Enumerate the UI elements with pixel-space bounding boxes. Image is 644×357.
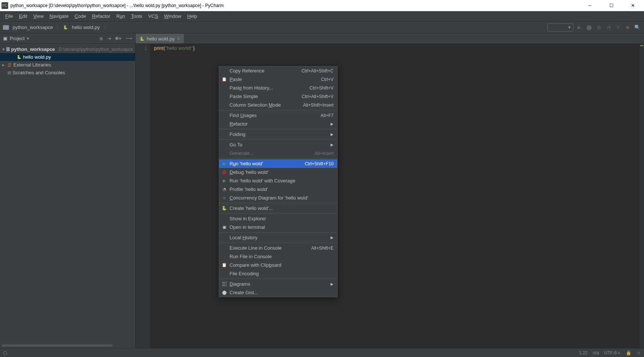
context-menu-item-label: Paste [230,77,242,82]
dropdown-icon[interactable]: ▾ [27,36,29,41]
context-menu-item[interactable]: Folding▶ [219,130,337,139]
tree-scratches[interactable]: ▤ Scratches and Consoles [0,69,135,77]
menu-help[interactable]: Help [184,12,200,20]
context-menu-item-label: Diagrams [230,281,250,287]
warning-marker[interactable] [640,45,643,46]
menu-file[interactable]: File [2,12,16,20]
expand-arrow-icon[interactable]: ▾ [2,46,5,52]
profile-icon[interactable]: ◔ [605,24,612,31]
menu-view[interactable]: View [30,12,46,20]
context-menu-item[interactable]: Run File in Console [219,252,337,261]
breadcrumb-file[interactable]: hello wold.py [69,23,102,31]
conc-icon: ≡ [221,195,227,201]
project-tool-window: ▣ Project ▾ ⊕ ⇥ ✱▾ ⟶ ▾ python_worksapce … [0,33,136,348]
code-string: "hello world!" [165,45,193,51]
menu-refactor[interactable]: Refactor [89,12,113,20]
context-menu-item[interactable]: Column Selection ModeAlt+Shift+Insert [219,101,337,109]
breadcrumb-separator: 〉 [104,24,108,31]
editor-marker-bar [640,44,644,348]
context-menu-item[interactable]: ⿲Diagrams▶ [219,280,337,288]
context-menu-item[interactable]: ▶Run 'hello wold' with Coverage [219,176,337,185]
menu-code[interactable]: Code [72,12,89,20]
readonly-lock-icon[interactable]: 🔒 [626,350,631,356]
context-menu-item-label: Execute Line in Console [230,245,282,251]
tree-root-path: D:\develop\python\python_worksapce [59,47,133,52]
context-menu-shortcut: Ctrl+Shift+F10 [305,161,334,166]
context-menu-item[interactable]: 📋Compare with Clipboard [219,261,337,269]
tree-external-libs[interactable]: ▸ ∭ External Libraries [0,61,135,69]
context-menu-item[interactable]: Go To▶ [219,140,337,149]
context-menu-separator [219,158,337,159]
context-menu-item-label: Paste Simple [230,94,258,99]
editor-tab-name: hello wold.py [147,36,175,42]
context-menu-shortcut: Ctrl+Alt+Shift+V [302,94,334,99]
context-menu-item-label: Paste from History... [230,85,273,91]
locate-icon[interactable]: ⊕ [99,36,103,41]
context-menu-item[interactable]: Paste SimpleCtrl+Alt+Shift+V [219,92,337,101]
concurrency-icon[interactable]: ≡ [614,24,622,31]
tree-root-name: python_worksapce [11,46,55,52]
context-menu-item[interactable]: File Encoding [219,269,337,278]
breadcrumb-root[interactable]: python_worksapce [10,23,55,31]
run-icon[interactable]: ▶ [576,24,583,31]
context-menu-item[interactable]: ≡Concurrency Diagram for 'hello wold' [219,194,337,202]
expand-arrow-icon[interactable]: ▸ [2,62,6,68]
tree-file-selected[interactable]: 🐍 hello wold.py [0,53,135,61]
breadcrumb: python_worksapce 〉 🐍 hello wold.py 〉 [3,23,547,31]
context-menu-item[interactable]: Local History▶ [219,233,337,242]
close-button[interactable]: ✕ [626,0,640,11]
coverage-icon[interactable]: ◍ [595,24,602,31]
tool-window-quick-access-icon[interactable]: ▢ [3,350,7,356]
context-menu-item[interactable]: Refactor▶ [219,120,337,128]
line-separator[interactable]: n/a [593,350,599,356]
settings-icon[interactable]: ✱▾ [115,36,121,41]
menu-tools[interactable]: Tools [128,12,145,20]
menu-run[interactable]: Run [113,12,128,20]
horizontal-scrollbar[interactable] [1,344,113,347]
context-menu-separator [219,139,337,140]
file-encoding[interactable]: UTF-8≑ [604,350,621,356]
paste-icon: 📋 [221,262,227,268]
editor-tab[interactable]: 🐍 hello wold.py ✕ [136,34,184,43]
python-file-icon: 🐍 [139,36,144,41]
context-menu-item[interactable]: ▶Run 'hello wold'Ctrl+Shift+F10 [219,159,337,168]
gutter: 1 [136,44,150,348]
context-menu-shortcut: Alt+Shift+Insert [303,103,334,108]
stop-icon[interactable]: ■ [624,24,631,31]
minimize-button[interactable]: ─ [583,0,596,11]
context-menu-item[interactable]: Copy ReferenceCtrl+Alt+Shift+C [219,66,337,75]
context-menu-item[interactable]: Show in Explorer [219,214,337,223]
menu-navigate[interactable]: Navigate [46,12,71,20]
menu-vcs[interactable]: VCS [145,12,161,20]
context-menu-item[interactable]: Find UsagesAlt+F7 [219,111,337,120]
context-menu-item[interactable]: ⬤Create Gist... [219,288,337,297]
hide-icon[interactable]: ⟶ [125,36,132,41]
run-config-dropdown[interactable]: ▾ [547,23,573,32]
line-number: 1 [136,45,147,51]
menu-edit[interactable]: Edit [16,12,30,20]
inspections-icon[interactable]: ☺ [637,350,641,356]
menu-window[interactable]: Window [161,12,184,20]
project-title[interactable]: Project [10,36,25,41]
context-menu-item[interactable]: Paste from History...Ctrl+Shift+V [219,84,337,92]
context-menu-item-label: Go To [230,142,242,147]
editor-panel: 🐍 hello wold.py ✕ 1 print("hello world!"… [136,33,644,348]
context-menu-item[interactable]: 📋PasteCtrl+V [219,75,337,84]
close-tab-icon[interactable]: ✕ [177,36,180,41]
context-menu-item-label: File Encoding [230,271,259,276]
window-controls: ─ ☐ ✕ [583,0,640,11]
debug-icon[interactable]: ⬤ [585,24,593,31]
context-menu-item[interactable]: ◔Profile 'hello wold' [219,185,337,194]
terminal-icon: ▣ [221,224,227,230]
cursor-position[interactable]: 1:22 [579,350,588,356]
search-icon[interactable]: 🔍 [634,24,641,31]
context-menu-item[interactable]: Execute Line in ConsoleAlt+Shift+E [219,244,337,252]
tree-root[interactable]: ▾ python_worksapce D:\develop\python\pyt… [0,45,135,53]
context-menu-item[interactable]: ▣Open in terminal [219,223,337,231]
maximize-button[interactable]: ☐ [605,0,618,11]
context-menu-item[interactable]: 🐞Debug 'hello wold' [219,168,337,176]
context-menu-item[interactable]: 🐍Create 'hello wold'... [219,204,337,212]
collapse-all-icon[interactable]: ⇥ [107,36,111,41]
collapse-icon[interactable]: ▣ [3,36,7,41]
context-menu-item-label: Column Selection Mode [230,102,281,108]
